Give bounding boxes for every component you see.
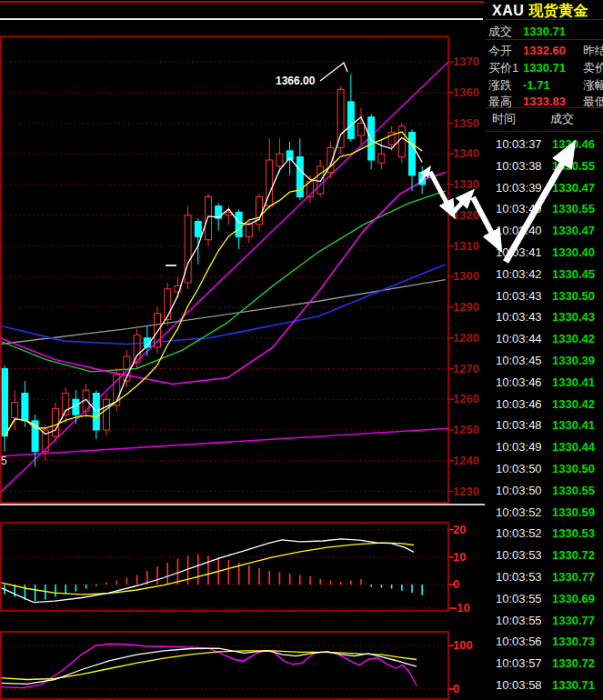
tick-row: 10:03:431330.43 [485, 306, 603, 328]
candle-body [22, 394, 28, 421]
macd-axis-label: 10 [453, 551, 466, 563]
quote-field-label: 买价1 [488, 60, 518, 75]
price-axis-label: 1230 [453, 485, 479, 497]
tick-row: 10:03:401330.55 [485, 198, 603, 220]
tick-row: 10:03:401330.47 [485, 220, 603, 242]
quote-field-value: 1330.71 [523, 60, 566, 75]
macd-axis-label: 20 [453, 524, 466, 535]
tick-price: 1330.77 [552, 610, 595, 632]
tick-time: 10:03:37 [496, 134, 542, 155]
ma-60 [0, 191, 446, 372]
tick-time: 10:03:52 [496, 523, 542, 545]
price-axis-label: 1370 [453, 55, 479, 67]
price-axis-label: 1270 [453, 363, 479, 375]
tick-row: 10:03:581330.71 [485, 675, 603, 696]
tick-row: 10:03:531330.77 [485, 566, 603, 588]
tick-time: 10:03:48 [496, 415, 542, 436]
quote-field-value: 1330.71 [523, 24, 566, 39]
tick-price: 1330.59 [552, 502, 595, 524]
tick-time: 10:03:45 [496, 350, 542, 372]
trendline-steep [0, 62, 448, 493]
candle-body [206, 197, 212, 240]
tick-row: 10:03:521330.53 [485, 523, 603, 545]
quote-field-label2: 最低 [583, 94, 603, 109]
tick-header-time: 时间 [492, 111, 516, 127]
tick-time: 10:03:56 [496, 631, 542, 653]
candle-body [246, 225, 252, 237]
d-line [0, 651, 417, 680]
tick-time: 10:03:38 [496, 155, 542, 177]
ma-slow [5, 132, 422, 436]
tick-price: 1330.44 [552, 436, 595, 458]
tick-row: 10:03:551330.69 [485, 588, 603, 610]
trading-terminal-window: 1370136013501340133013201310130012901280… [0, 0, 603, 700]
quote-field-value: -1.71 [523, 77, 550, 93]
candle-body [165, 289, 171, 320]
tick-time: 10:03:52 [496, 502, 542, 524]
candle-body [317, 166, 324, 194]
tick-row: 10:03:501330.50 [485, 458, 603, 480]
tick-list[interactable]: 10:03:371330.4610:03:381330.5510:03:3913… [485, 134, 603, 696]
tick-time: 10:03:55 [496, 588, 542, 610]
tick-price: 1330.42 [552, 328, 595, 350]
price-axis-label: 1350 [453, 117, 479, 129]
tick-price: 1330.45 [552, 264, 595, 285]
quote-field-value: 1332.60 [523, 43, 566, 58]
tick-time: 10:03:39 [496, 177, 542, 199]
tick-row: 10:03:431330.50 [485, 285, 603, 307]
quote-field-label: 最高 [488, 94, 512, 109]
tick-time: 10:03:53 [496, 545, 542, 566]
candle-body [276, 154, 283, 166]
quote-field-label2: 卖价 [583, 60, 603, 75]
tick-price: 1330.43 [552, 306, 595, 328]
price-axis-label: 1240 [453, 455, 479, 466]
tick-row: 10:03:441330.42 [485, 328, 603, 350]
price-axis-label: 1360 [453, 86, 479, 98]
kdj-axis-label: 100 [453, 639, 473, 651]
quote-field-row: 成交1330.71 [485, 24, 603, 39]
tick-time: 10:03:40 [496, 198, 542, 220]
tick-price: 1330.69 [552, 588, 595, 610]
quote-field-row: 涨跌-1.71涨幅 [485, 77, 603, 93]
tick-time: 10:03:58 [496, 675, 542, 696]
tick-price: 1330.47 [552, 177, 595, 199]
tick-price: 1330.53 [552, 523, 595, 545]
tick-time: 10:03:41 [496, 242, 542, 264]
tick-row: 10:03:561330.73 [485, 631, 603, 653]
tick-row: 10:03:371330.46 [485, 134, 603, 155]
macd-axis-label: 0 [453, 578, 459, 590]
tick-row: 10:03:421330.45 [485, 264, 603, 285]
macd-panel-border [1, 523, 448, 611]
tick-time: 10:03:50 [496, 480, 542, 502]
tick-price: 1330.46 [552, 134, 595, 155]
tick-row: 10:03:491330.44 [485, 436, 603, 458]
tick-time: 10:03:46 [496, 372, 542, 394]
tick-price: 1330.41 [552, 415, 595, 436]
quote-field-label: 成交 [488, 24, 512, 39]
quote-field-label: 今开 [488, 43, 512, 58]
tick-row: 10:03:381330.55 [485, 155, 603, 177]
symbol-code: XAU [492, 3, 524, 18]
tick-time: 10:03:50 [496, 458, 542, 480]
tick-price: 1330.73 [552, 631, 595, 653]
symbol-name: 现货黄金 [528, 3, 588, 18]
tick-price: 1330.50 [552, 458, 595, 480]
quote-field-label2: 涨幅 [583, 77, 603, 93]
peak-pointer-line [320, 63, 347, 81]
tick-row: 10:03:481330.41 [485, 415, 603, 436]
tick-header-price: 成交 [550, 111, 574, 127]
candle-body [368, 117, 375, 160]
candle-body [2, 369, 8, 436]
kdj-axis-label: 0 [453, 683, 459, 695]
divider [485, 19, 603, 20]
price-axis-label: 1260 [453, 393, 479, 405]
price-axis-label: 1280 [453, 332, 479, 344]
price-axis-label: 1320 [453, 209, 479, 221]
instrument-title: XAU 现货黄金 [492, 2, 588, 21]
candle-body [12, 403, 18, 418]
tick-time: 10:03:44 [496, 328, 542, 350]
j-line [0, 644, 417, 687]
price-axis-label: 1330 [453, 178, 479, 190]
candle-body [185, 215, 191, 283]
tick-row: 10:03:521330.59 [485, 502, 603, 524]
